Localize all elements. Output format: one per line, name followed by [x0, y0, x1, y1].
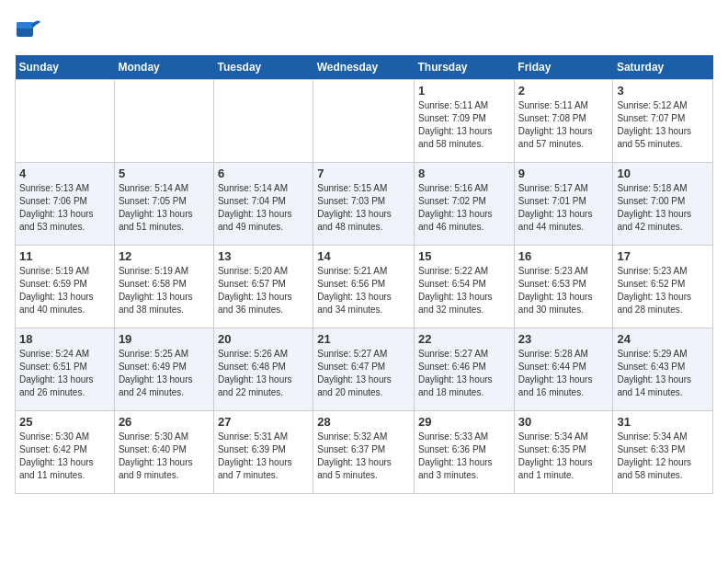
week-row-1: 1Sunrise: 5:11 AM Sunset: 7:09 PM Daylig…: [16, 80, 713, 163]
calendar-cell: 30Sunrise: 5:34 AM Sunset: 6:35 PM Dayli…: [514, 411, 613, 494]
calendar-cell: 3Sunrise: 5:12 AM Sunset: 7:07 PM Daylig…: [613, 80, 713, 163]
calendar-cell: 15Sunrise: 5:22 AM Sunset: 6:54 PM Dayli…: [415, 246, 515, 328]
day-info: Sunrise: 5:11 AM Sunset: 7:08 PM Dayligh…: [518, 99, 609, 151]
calendar-cell: 29Sunrise: 5:33 AM Sunset: 6:36 PM Dayli…: [415, 411, 515, 494]
week-row-5: 25Sunrise: 5:30 AM Sunset: 6:42 PM Dayli…: [16, 411, 713, 494]
day-number: 2: [518, 84, 609, 98]
day-info: Sunrise: 5:23 AM Sunset: 6:52 PM Dayligh…: [617, 265, 709, 316]
day-info: Sunrise: 5:17 AM Sunset: 7:01 PM Dayligh…: [518, 182, 609, 234]
calendar-cell: 9Sunrise: 5:17 AM Sunset: 7:01 PM Daylig…: [514, 163, 613, 246]
logo-icon: [15, 15, 44, 44]
calendar-header: SundayMondayTuesdayWednesdayThursdayFrid…: [16, 55, 713, 80]
calendar-body: 1Sunrise: 5:11 AM Sunset: 7:09 PM Daylig…: [16, 80, 713, 494]
day-info: Sunrise: 5:18 AM Sunset: 7:00 PM Dayligh…: [617, 182, 709, 234]
day-number: 21: [317, 332, 410, 346]
calendar-cell: 1Sunrise: 5:11 AM Sunset: 7:09 PM Daylig…: [415, 80, 515, 163]
day-info: Sunrise: 5:27 AM Sunset: 6:47 PM Dayligh…: [317, 348, 410, 399]
day-number: 20: [218, 332, 309, 346]
calendar-cell: 20Sunrise: 5:26 AM Sunset: 6:48 PM Dayli…: [213, 328, 313, 411]
day-number: 23: [518, 332, 609, 346]
calendar-cell: 27Sunrise: 5:31 AM Sunset: 6:39 PM Dayli…: [213, 411, 313, 494]
day-number: 26: [119, 415, 210, 429]
calendar-cell: [213, 80, 313, 163]
day-info: Sunrise: 5:19 AM Sunset: 6:59 PM Dayligh…: [19, 265, 110, 316]
calendar-cell: 21Sunrise: 5:27 AM Sunset: 6:47 PM Dayli…: [313, 328, 415, 411]
day-info: Sunrise: 5:23 AM Sunset: 6:53 PM Dayligh…: [518, 265, 609, 316]
day-info: Sunrise: 5:33 AM Sunset: 6:36 PM Dayligh…: [418, 431, 510, 482]
day-info: Sunrise: 5:14 AM Sunset: 7:04 PM Dayligh…: [218, 182, 309, 234]
day-info: Sunrise: 5:21 AM Sunset: 6:56 PM Dayligh…: [317, 265, 410, 316]
day-info: Sunrise: 5:19 AM Sunset: 6:58 PM Dayligh…: [119, 265, 210, 316]
weekday-monday: Monday: [114, 55, 213, 80]
calendar-cell: 4Sunrise: 5:13 AM Sunset: 7:06 PM Daylig…: [16, 163, 115, 246]
day-number: 13: [218, 249, 309, 263]
day-number: 6: [218, 167, 309, 180]
day-info: Sunrise: 5:11 AM Sunset: 7:09 PM Dayligh…: [418, 99, 510, 151]
weekday-friday: Friday: [514, 55, 613, 80]
day-info: Sunrise: 5:32 AM Sunset: 6:37 PM Dayligh…: [317, 431, 410, 482]
calendar-cell: 31Sunrise: 5:34 AM Sunset: 6:33 PM Dayli…: [613, 411, 713, 494]
day-info: Sunrise: 5:22 AM Sunset: 6:54 PM Dayligh…: [418, 265, 510, 316]
day-info: Sunrise: 5:28 AM Sunset: 6:44 PM Dayligh…: [518, 348, 609, 399]
day-info: Sunrise: 5:12 AM Sunset: 7:07 PM Dayligh…: [617, 99, 709, 151]
day-info: Sunrise: 5:14 AM Sunset: 7:05 PM Dayligh…: [119, 182, 210, 234]
calendar-table: SundayMondayTuesdayWednesdayThursdayFrid…: [15, 55, 713, 494]
calendar-cell: 12Sunrise: 5:19 AM Sunset: 6:58 PM Dayli…: [114, 246, 213, 328]
day-number: 27: [218, 415, 309, 429]
day-number: 22: [418, 332, 510, 346]
day-info: Sunrise: 5:30 AM Sunset: 6:42 PM Dayligh…: [19, 431, 110, 482]
calendar-cell: [16, 80, 115, 163]
calendar-cell: 2Sunrise: 5:11 AM Sunset: 7:08 PM Daylig…: [514, 80, 613, 163]
day-number: 18: [19, 332, 110, 346]
day-info: Sunrise: 5:30 AM Sunset: 6:40 PM Dayligh…: [119, 431, 210, 482]
day-number: 11: [19, 249, 110, 263]
weekday-header-row: SundayMondayTuesdayWednesdayThursdayFrid…: [16, 55, 713, 80]
day-number: 4: [19, 167, 110, 180]
logo: [15, 15, 46, 44]
calendar-cell: 14Sunrise: 5:21 AM Sunset: 6:56 PM Dayli…: [313, 246, 415, 328]
day-info: Sunrise: 5:29 AM Sunset: 6:43 PM Dayligh…: [617, 348, 709, 399]
calendar-cell: 6Sunrise: 5:14 AM Sunset: 7:04 PM Daylig…: [213, 163, 313, 246]
day-number: 28: [317, 415, 410, 429]
week-row-3: 11Sunrise: 5:19 AM Sunset: 6:59 PM Dayli…: [16, 246, 713, 328]
calendar-cell: 7Sunrise: 5:15 AM Sunset: 7:03 PM Daylig…: [313, 163, 415, 246]
weekday-sunday: Sunday: [16, 55, 115, 80]
day-number: 17: [617, 249, 709, 263]
page-header: [15, 15, 713, 44]
svg-rect-1: [17, 22, 33, 29]
day-number: 30: [518, 415, 609, 429]
calendar-cell: 5Sunrise: 5:14 AM Sunset: 7:05 PM Daylig…: [114, 163, 213, 246]
day-number: 14: [317, 249, 410, 263]
weekday-saturday: Saturday: [613, 55, 713, 80]
day-info: Sunrise: 5:13 AM Sunset: 7:06 PM Dayligh…: [19, 182, 110, 234]
calendar-cell: 25Sunrise: 5:30 AM Sunset: 6:42 PM Dayli…: [16, 411, 115, 494]
day-number: 3: [617, 84, 709, 98]
calendar-cell: 26Sunrise: 5:30 AM Sunset: 6:40 PM Dayli…: [114, 411, 213, 494]
calendar-cell: 16Sunrise: 5:23 AM Sunset: 6:53 PM Dayli…: [514, 246, 613, 328]
day-number: 25: [19, 415, 110, 429]
day-info: Sunrise: 5:20 AM Sunset: 6:57 PM Dayligh…: [218, 265, 309, 316]
calendar-cell: 23Sunrise: 5:28 AM Sunset: 6:44 PM Dayli…: [514, 328, 613, 411]
day-info: Sunrise: 5:26 AM Sunset: 6:48 PM Dayligh…: [218, 348, 309, 399]
day-number: 29: [418, 415, 510, 429]
weekday-thursday: Thursday: [415, 55, 515, 80]
calendar-cell: 10Sunrise: 5:18 AM Sunset: 7:00 PM Dayli…: [613, 163, 713, 246]
calendar-cell: 13Sunrise: 5:20 AM Sunset: 6:57 PM Dayli…: [213, 246, 313, 328]
day-number: 12: [119, 249, 210, 263]
calendar-cell: 28Sunrise: 5:32 AM Sunset: 6:37 PM Dayli…: [313, 411, 415, 494]
day-number: 1: [418, 84, 510, 98]
day-number: 19: [119, 332, 210, 346]
day-number: 15: [418, 249, 510, 263]
calendar-cell: 18Sunrise: 5:24 AM Sunset: 6:51 PM Dayli…: [16, 328, 115, 411]
calendar-cell: [313, 80, 415, 163]
day-info: Sunrise: 5:15 AM Sunset: 7:03 PM Dayligh…: [317, 182, 410, 234]
weekday-wednesday: Wednesday: [313, 55, 415, 80]
day-number: 24: [617, 332, 709, 346]
day-info: Sunrise: 5:24 AM Sunset: 6:51 PM Dayligh…: [19, 348, 110, 399]
calendar-cell: 24Sunrise: 5:29 AM Sunset: 6:43 PM Dayli…: [613, 328, 713, 411]
calendar-cell: 22Sunrise: 5:27 AM Sunset: 6:46 PM Dayli…: [415, 328, 515, 411]
day-info: Sunrise: 5:25 AM Sunset: 6:49 PM Dayligh…: [119, 348, 210, 399]
calendar-cell: [114, 80, 213, 163]
day-number: 8: [418, 167, 510, 180]
day-number: 7: [317, 167, 410, 180]
